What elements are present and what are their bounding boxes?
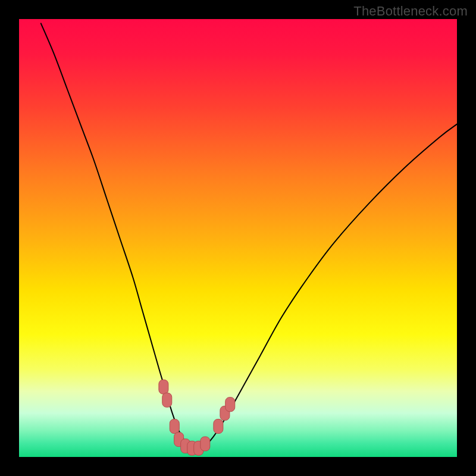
markers-layer	[19, 19, 457, 457]
marker	[162, 393, 172, 407]
marker	[226, 397, 235, 412]
highlight-points	[159, 380, 235, 455]
marker	[201, 437, 210, 451]
marker	[170, 419, 179, 433]
marker	[159, 380, 168, 394]
watermark-text: TheBottleneck.com	[353, 4, 468, 19]
plot-area	[19, 19, 457, 457]
marker	[214, 419, 223, 433]
chart-frame: TheBottleneck.com	[0, 0, 476, 476]
